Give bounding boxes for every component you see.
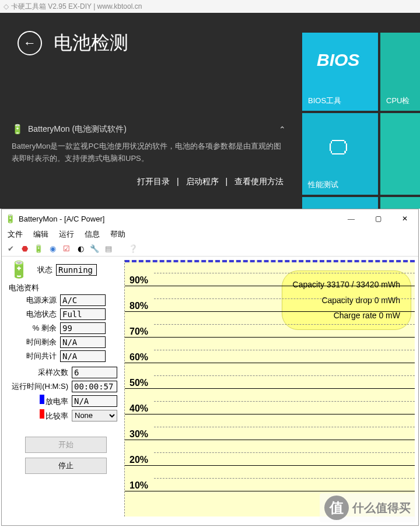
- stop-button[interactable]: 停止: [25, 458, 107, 474]
- gridline-dash: [154, 324, 415, 325]
- menu-file[interactable]: 文件: [8, 229, 23, 240]
- y-axis-label: 80%: [130, 301, 148, 311]
- y-axis-label: 50%: [130, 378, 148, 388]
- y-axis-label: 90%: [130, 275, 148, 286]
- start-button[interactable]: 开始: [25, 437, 107, 453]
- fullcharge-line: [125, 260, 415, 262]
- lbl-status: 状态: [33, 265, 56, 275]
- run-program-link[interactable]: 启动程序: [186, 177, 219, 186]
- tb-check-icon[interactable]: ✔: [5, 243, 16, 254]
- battery-infobox: Capacity 33170 / 33420 mWh Capacity drop…: [282, 270, 411, 330]
- lbl-batt-state: 电池状态: [6, 309, 60, 319]
- info-drop: Capacity drop 0 mWh: [293, 293, 400, 308]
- back-button[interactable]: ←: [18, 31, 42, 55]
- gridline: [125, 491, 415, 491]
- software-desc-panel: 🔋 BatteryMon (电池测试软件) ⌃ BatteryMon是一款监视P…: [12, 124, 286, 187]
- gridline-dash: [154, 452, 415, 453]
- software-name: BatteryMon (电池测试软件): [28, 124, 127, 135]
- val-samples: 6: [72, 367, 117, 378]
- category-tiles: BIOS BIOS工具 CPU检 🖵 性能测试: [302, 33, 420, 209]
- gridline: [125, 388, 415, 389]
- bm-titlebar[interactable]: 🔋 BatteryMon - [A/C Power] — ▢ ✕: [2, 209, 418, 228]
- menu-run[interactable]: 运行: [59, 229, 74, 240]
- val-time-remain: N/A: [60, 336, 106, 348]
- view-help-link[interactable]: 查看使用方法: [235, 177, 284, 186]
- perf-label: 性能测试: [308, 180, 338, 190]
- tb-export-icon[interactable]: ▤: [103, 243, 114, 254]
- menu-info[interactable]: 信息: [85, 229, 100, 240]
- bm-chart: Capacity 33170 / 33420 mWh Capacity drop…: [124, 260, 415, 517]
- tile-row3b[interactable]: [380, 197, 420, 209]
- gridline: [125, 337, 415, 338]
- kbtool-panel: ← 电池检测 🔋 BatteryMon (电池测试软件) ⌃ BatteryMo…: [0, 13, 420, 209]
- bm-title: BatteryMon - [A/C Power]: [19, 215, 104, 223]
- gridline-dash: [154, 401, 415, 402]
- lbl-runtime: 运行时间(H:M:S): [6, 381, 72, 392]
- gridline: [125, 363, 415, 363]
- tb-gauge-icon[interactable]: ◐: [75, 243, 86, 254]
- app-logo-icon: ◇: [4, 2, 9, 10]
- software-description: BatteryMon是一款监视PC电池使用状况的软件，电池的各项参数都是由直观的…: [12, 140, 286, 165]
- gridline: [125, 414, 415, 414]
- compare-select[interactable]: None: [72, 410, 117, 421]
- lbl-samples: 采样次数: [6, 367, 72, 378]
- battery-icon: 🔋: [12, 124, 23, 135]
- gridline: [125, 286, 415, 286]
- lbl-time-total: 时间共计: [6, 351, 60, 361]
- val-pct-remain: 99: [60, 322, 106, 334]
- y-axis-label: 10%: [130, 480, 148, 491]
- y-axis-label: 60%: [130, 352, 148, 363]
- monitor-icon: 🖵: [328, 136, 348, 159]
- titlebar-text: 卡硬工具箱 V2.95 EX-DIY | www.kbtool.cn: [11, 2, 142, 12]
- lbl-time-remain: 时间剩余: [6, 337, 60, 347]
- gridline: [125, 311, 415, 312]
- y-axis-label: 40%: [130, 403, 148, 414]
- gridline-dash: [154, 427, 415, 427]
- gridline-dash: [154, 273, 415, 273]
- batterymon-icon: 🔋: [5, 214, 15, 223]
- val-power-src: A/C: [60, 294, 106, 306]
- tile-blank[interactable]: [380, 113, 420, 195]
- batterymon-window: 🔋 BatteryMon - [A/C Power] — ▢ ✕ 文件 编辑 运…: [1, 209, 419, 526]
- watermark-text: 什么值得买: [352, 500, 411, 516]
- open-folder-link[interactable]: 打开目录: [137, 177, 170, 186]
- close-button[interactable]: ✕: [391, 209, 418, 228]
- tb-stop-icon[interactable]: ⬣: [19, 243, 30, 254]
- cpu-label: CPU检: [386, 96, 410, 106]
- app-titlebar: ◇ 卡硬工具箱 V2.95 EX-DIY | www.kbtool.cn: [0, 0, 420, 13]
- battery-graphic-icon: 🔋: [9, 260, 29, 279]
- section-battery: 电池资料: [9, 283, 120, 293]
- val-time-total: N/A: [60, 350, 106, 362]
- minimize-button[interactable]: —: [338, 209, 365, 228]
- maximize-button[interactable]: ▢: [365, 209, 391, 228]
- watermark-logo-icon: 值: [324, 496, 349, 520]
- gridline-dash: [154, 375, 415, 376]
- chevron-up-icon[interactable]: ⌃: [279, 125, 286, 134]
- lbl-power-src: 电源来源: [6, 295, 60, 305]
- lbl-discharge: 放电率: [6, 395, 72, 407]
- val-batt-state: Full: [60, 308, 106, 320]
- gridline: [125, 465, 415, 466]
- val-runtime: 00:00:57: [72, 381, 117, 392]
- tb-battery-icon[interactable]: 🔋: [33, 243, 44, 254]
- tb-info-icon[interactable]: ◉: [47, 243, 58, 254]
- tile-cpu[interactable]: CPU检: [380, 33, 420, 111]
- bios-title: BIOS: [317, 50, 359, 70]
- tb-help-icon[interactable]: ❔: [128, 243, 138, 254]
- tile-bios[interactable]: BIOS BIOS工具: [302, 33, 378, 111]
- page-title: 电池检测: [54, 30, 128, 56]
- y-axis-label: 30%: [130, 429, 148, 440]
- tb-checkbox-icon[interactable]: ☑: [61, 243, 72, 254]
- menu-help[interactable]: 帮助: [110, 229, 125, 240]
- menu-edit[interactable]: 编辑: [33, 229, 48, 240]
- gridline-dash: [154, 350, 415, 350]
- lbl-compare: 比较率: [6, 409, 72, 421]
- bios-label: BIOS工具: [308, 96, 341, 106]
- lbl-pct-remain: % 剩余: [6, 323, 60, 333]
- tb-tool-icon[interactable]: 🔧: [89, 243, 100, 254]
- tile-row3a[interactable]: [302, 197, 378, 209]
- watermark: 值 什么值得买: [320, 493, 415, 522]
- tile-performance[interactable]: 🖵 性能测试: [302, 113, 378, 195]
- info-rate: Charge rate 0 mW: [293, 308, 400, 324]
- gridline: [125, 440, 415, 440]
